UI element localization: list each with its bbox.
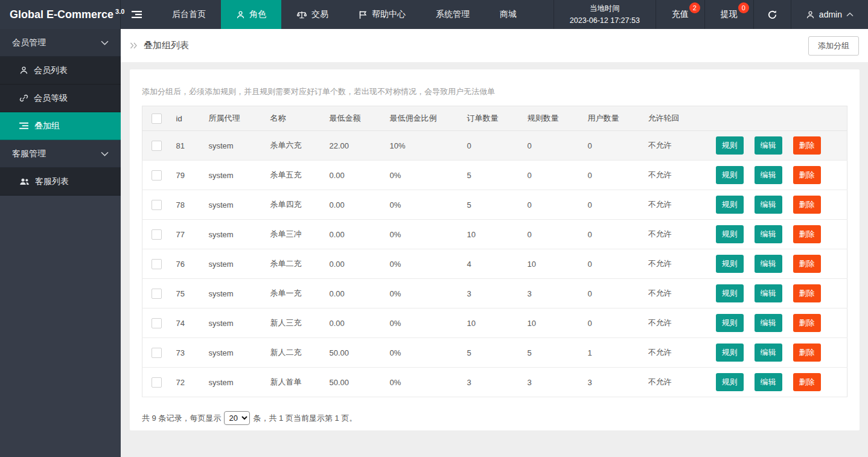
cell-min_commission: 0% [385,338,462,368]
cell-loop: 不允许 [643,161,709,190]
withdraw-badge: 0 [738,2,749,13]
cell-rules: 10 [523,308,583,338]
del-button[interactable]: 删除 [793,136,821,155]
sidebar-section-member-management[interactable]: 会员管理 [0,29,121,57]
nav-item-help[interactable]: 帮助中心 [343,0,421,29]
sidebar-item-member-level[interactable]: 会员等级 [0,85,121,112]
rule-button[interactable]: 规则 [716,373,744,391]
del-button[interactable]: 删除 [793,166,821,184]
nav-item-mall[interactable]: 商城 [485,0,532,29]
cell-min_amount: 0.00 [325,190,385,220]
row-checkbox[interactable] [152,259,162,269]
rule-button[interactable]: 规则 [716,314,744,332]
edit-button[interactable]: 编辑 [755,225,782,243]
del-button[interactable]: 删除 [793,344,821,362]
edit-button[interactable]: 编辑 [755,166,782,184]
rule-button[interactable]: 规则 [716,284,744,302]
del-button[interactable]: 删除 [793,373,821,391]
row-actions: 规则编辑删除 [709,190,847,220]
del-button[interactable]: 删除 [793,284,821,302]
cell-agent: system [204,249,266,279]
cell-min_commission: 0% [385,249,462,279]
del-button[interactable]: 删除 [793,225,821,243]
edit-button[interactable]: 编辑 [755,136,782,155]
edit-button[interactable]: 编辑 [755,284,782,302]
add-group-button[interactable]: 添加分组 [808,36,859,56]
rule-button[interactable]: 规则 [716,225,744,243]
cell-min_amount: 0.00 [325,161,385,190]
cell-min_amount: 0.00 [325,308,385,338]
rule-button[interactable]: 规则 [716,166,744,184]
del-button[interactable]: 删除 [793,196,821,214]
rule-button[interactable]: 规则 [716,136,744,155]
cell-min_amount: 50.00 [325,368,385,397]
nav-item-trade[interactable]: 交易 [281,0,343,29]
local-time-label: 当地时间 [590,2,620,14]
navbar-right: 当地时间 2023-06-12 17:27:53 充值 2 提现 0 admin [554,0,868,29]
hamburger-icon [132,10,142,19]
row-checkbox-cell [142,279,171,308]
del-button[interactable]: 删除 [793,314,821,332]
cell-name: 杀单三冲 [266,220,325,249]
sidebar-item-stack-group[interactable]: 叠加组 [0,112,121,140]
row-checkbox[interactable] [152,318,162,328]
edit-button[interactable]: 编辑 [755,373,782,391]
row-checkbox[interactable] [152,170,162,181]
edit-button[interactable]: 编辑 [755,344,782,362]
row-checkbox[interactable] [152,229,162,240]
pagination-suffix: 条，共 1 页当前显示第 1 页。 [253,413,357,424]
row-checkbox[interactable] [152,289,162,299]
cell-users: 0 [583,131,643,161]
refresh-button[interactable] [753,0,791,29]
rule-button[interactable]: 规则 [716,255,744,273]
select-all-checkbox[interactable] [152,113,162,124]
pagination: 共 9 条记录，每页显示 20 条，共 1 页当前显示第 1 页。 [142,411,847,425]
refresh-icon [767,10,777,20]
page-title: 叠加组列表 [144,40,189,51]
cell-agent: system [204,131,266,161]
edit-button[interactable]: 编辑 [755,196,782,214]
row-checkbox-cell [142,161,171,190]
page-size-select[interactable]: 20 [224,411,250,425]
column-header-actions [709,106,847,131]
edit-button[interactable]: 编辑 [755,255,782,273]
row-checkbox-cell [142,190,171,220]
sidebar-item-member-list[interactable]: 会员列表 [0,57,121,85]
rule-button[interactable]: 规则 [716,344,744,362]
row-checkbox[interactable] [152,377,162,388]
nav-item-roles[interactable]: 角色 [221,0,281,29]
table-header-row: id所属代理名称最低金额最低佣金比例订单数量规则数量用户数量允许轮回 [142,106,847,131]
cell-users: 3 [583,368,643,397]
cell-loop: 不允许 [643,308,709,338]
recharge-button[interactable]: 充值 2 [656,0,704,29]
edit-button[interactable]: 编辑 [755,314,782,332]
cell-users: 1 [583,338,643,368]
del-button[interactable]: 删除 [793,255,821,273]
cell-name: 新人三充 [266,308,325,338]
sidebar-toggle-button[interactable] [121,0,157,29]
nav-item-system[interactable]: 系统管理 [421,0,485,29]
main-content: 叠加组列表 添加分组 添加分组后，必须添加规则，并且规则需要对应好订单个数，若出… [121,29,868,457]
withdraw-label: 提现 [721,9,738,20]
app-logo[interactable]: Global E-Commerce3.0 [0,0,121,29]
sidebar-section-service-management[interactable]: 客服管理 [0,140,121,168]
rule-button[interactable]: 规则 [716,196,744,214]
cell-rules: 10 [523,249,583,279]
cell-name: 新人二充 [266,338,325,368]
cell-loop: 不允许 [643,338,709,368]
withdraw-button[interactable]: 提现 0 [704,0,753,29]
select-all-cell [142,106,171,131]
row-checkbox[interactable] [152,141,162,151]
cell-loop: 不允许 [643,220,709,249]
user-menu[interactable]: admin [791,0,868,29]
nav-item-dashboard[interactable]: 后台首页 [157,0,221,29]
table-row: 76system杀单二充0.000%4100不允许规则编辑删除 [142,249,847,279]
row-checkbox[interactable] [152,200,162,210]
cell-min_amount: 0.00 [325,220,385,249]
cell-agent: system [204,220,266,249]
person-icon [236,10,245,19]
cell-rules: 0 [523,220,583,249]
sidebar-item-service-list[interactable]: 客服列表 [0,168,121,196]
row-checkbox[interactable] [152,348,162,358]
sidebar-section-label: 会员管理 [12,37,46,48]
